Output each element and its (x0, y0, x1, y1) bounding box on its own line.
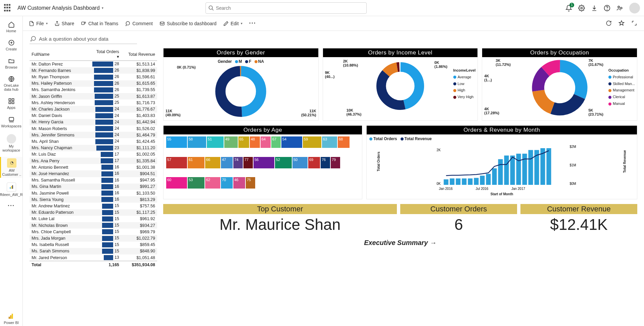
table-row[interactable]: Ms. Sarah Simmons 15$848.90 (30, 248, 157, 254)
table-row[interactable]: Mr. Eduardo Patterson 15$1,117.25 (30, 209, 157, 216)
table-row[interactable]: Ms. Gina Martin 16$991.27 (30, 184, 157, 190)
table-row[interactable]: Mr. Daniel Davis 24$1,403.83 (30, 113, 157, 119)
treemap-cell[interactable]: 77 (243, 157, 253, 168)
cmd-share[interactable]: Share (54, 21, 74, 26)
treemap-cell[interactable]: 63 (322, 136, 337, 148)
treemap-cell[interactable]: 49 (224, 136, 238, 148)
treemap-cell[interactable]: 65 (238, 136, 249, 148)
table-row[interactable]: Mr. Luke Lal 15$961.92 (30, 216, 157, 222)
chart-orders-revenue-by-month[interactable]: Orders & Revenue by Month Total Orders T… (366, 125, 637, 199)
cmd-subscribe[interactable]: Subscribe to dashboard (159, 21, 217, 26)
treemap-cell[interactable]: 64 (261, 136, 271, 148)
table-row[interactable]: Ms. Sierra Young 16$813.29 (30, 196, 157, 203)
nav-browse[interactable]: Browse (0, 56, 22, 71)
table-row[interactable]: Mrs. Ana Perry 17$1,335.84 (30, 158, 157, 164)
treemap-cell[interactable]: 52 (275, 157, 292, 168)
refresh-icon[interactable] (606, 20, 612, 27)
treemap-cell[interactable]: 51 (207, 136, 224, 148)
card-top-customer[interactable]: Top Customer Mr. Maurice Shan (163, 204, 397, 234)
treemap-cell[interactable]: 70 (221, 177, 233, 189)
nav-home[interactable]: Home (0, 19, 22, 34)
search-box[interactable] (205, 2, 367, 14)
table-row[interactable]: Mr. Mason Roberts 24$1,526.02 (30, 125, 157, 132)
treemap-cell[interactable]: 79 (331, 157, 340, 168)
treemap-cell[interactable]: 57 (166, 157, 187, 168)
nav-onelake[interactable]: OneLake data hub (0, 74, 22, 93)
executive-summary-link[interactable]: Executive Summary → (163, 239, 637, 247)
col-revenue[interactable]: Total Revenue (121, 48, 157, 61)
table-row[interactable]: Mr. Fernando Barnes 26$1,838.99 (30, 67, 157, 74)
treemap-cell[interactable]: 66 (205, 157, 220, 168)
treemap-cell[interactable]: 75 (246, 177, 255, 189)
table-row[interactable]: Ms. Jasmine Powell 16$1,103.50 (30, 190, 157, 196)
chart-orders-by-age[interactable]: Orders by Age 55585149654864675459636857… (163, 125, 362, 199)
table-row[interactable]: Mrs. Hailey Patterson 26$1,615.65 (30, 80, 157, 87)
treemap-cell[interactable]: 54 (281, 136, 302, 148)
table-row[interactable]: Ms. April Shan 24$1,424.45 (30, 138, 157, 145)
treemap-cell[interactable]: 69 (308, 157, 320, 168)
treemap-cell[interactable]: 76 (321, 157, 330, 168)
col-fullname[interactable]: FullName (30, 48, 85, 61)
dashboard-title[interactable]: AW Customer Analysis Dashboard ▾ (17, 5, 103, 11)
table-row[interactable]: Mr. Andrew Martinez 15$757.56 (30, 203, 157, 209)
nav-more[interactable]: ··· (0, 201, 22, 211)
cmd-comment[interactable]: Comment (125, 21, 153, 26)
nav-aw-dashboard[interactable]: ◔ AW Customer .. (0, 157, 22, 178)
favorite-icon[interactable] (618, 20, 625, 27)
table-row[interactable]: Mr. Antonio Bennett 16$1,001.38 (30, 164, 157, 170)
table-row[interactable]: Mr. Dalton Perez 28$1,513.14 (30, 61, 157, 68)
table-row[interactable]: Mr. Jason Griffin 25$1,613.87 (30, 93, 157, 99)
treemap-cell[interactable]: 61 (188, 157, 204, 168)
table-row[interactable]: Mr. Luis Diaz 17$1,002.05 (30, 151, 157, 158)
settings-icon[interactable] (578, 5, 585, 11)
treemap-cell[interactable]: 53 (188, 177, 204, 189)
card-customer-orders[interactable]: Customer Orders 6 (400, 204, 517, 234)
cmd-chat-teams[interactable]: Chat in Teams (81, 21, 118, 26)
nav-report[interactable]: Sheriffdeen_AW_Report (0, 181, 22, 198)
table-row[interactable]: Mr. José Hernandez 16$904.51 (30, 170, 157, 177)
treemap-cell[interactable]: 60 (166, 177, 187, 189)
table-row[interactable]: Mrs. Chloe Campbell 15$969.79 (30, 229, 157, 235)
nav-create[interactable]: Create (0, 38, 22, 52)
qa-input[interactable]: Ask a question about your data (30, 34, 137, 44)
treemap-cell[interactable]: 55 (166, 136, 187, 148)
people-icon[interactable] (616, 5, 623, 11)
download-icon[interactable] (591, 5, 598, 11)
table-row[interactable]: Mr. Ryan Thompson 26$1,596.61 (30, 74, 157, 80)
cmd-more[interactable]: ··· (249, 20, 256, 27)
nav-apps[interactable]: Apps (0, 96, 22, 111)
chart-orders-by-gender[interactable]: Orders by Gender Gender M F NA (163, 48, 319, 121)
table-row[interactable]: Mrs. Nancy Chapman 23$1,111.20 (30, 145, 157, 151)
table-row[interactable]: Mrs. Jennifer Simmons 24$1,464.79 (30, 132, 157, 138)
treemap-cell[interactable]: 62 (205, 177, 220, 189)
notifications-icon[interactable] (565, 5, 572, 11)
nav-workspaces[interactable]: Workspaces (0, 115, 22, 129)
cmd-file[interactable]: File▾ (29, 21, 48, 26)
search-input[interactable] (205, 2, 367, 14)
table-row[interactable]: Ms. Isabella Russell 15$859.45 (30, 242, 157, 248)
table-row[interactable]: Mrs. Ashley Henderson 25$1,716.73 (30, 99, 157, 106)
user-avatar[interactable] (629, 3, 640, 13)
chart-orders-by-income[interactable]: Orders by Income Level IncomeLevel (323, 48, 478, 121)
treemap-cell[interactable]: 47 (221, 157, 233, 168)
app-launcher-icon[interactable] (4, 4, 12, 12)
treemap-cell[interactable]: 68 (338, 136, 350, 148)
treemap-cell[interactable]: 50 (292, 157, 308, 168)
treemap-cell[interactable]: 46 (233, 177, 245, 189)
treemap-cell[interactable]: 48 (250, 136, 260, 148)
treemap-cell[interactable]: 67 (271, 136, 281, 148)
cmd-edit[interactable]: Edit▾ (223, 21, 242, 26)
nav-my-workspace[interactable]: My workspace (0, 133, 22, 154)
treemap-cell[interactable]: 59 (303, 136, 321, 148)
table-row[interactable]: Mrs. Samantha Jenkins 26$1,739.55 (30, 87, 157, 93)
table-row[interactable]: Mr. Nicholas Brown 15$934.27 (30, 222, 157, 229)
table-row[interactable]: Mr. Jared Peterson 13$1,051.48 (30, 254, 157, 261)
help-icon[interactable] (604, 5, 610, 11)
nav-powerbi[interactable]: Power BI (0, 311, 22, 326)
card-customer-revenue[interactable]: Customer Revenue $12.41K (520, 204, 637, 234)
customer-table[interactable]: FullName Total Orders▾ Total Revenue Mr.… (30, 48, 157, 268)
col-orders[interactable]: Total Orders▾ (85, 48, 121, 61)
treemap-cell[interactable]: 56 (254, 157, 274, 168)
table-row[interactable]: Mr. Charles Jackson 24$1,776.67 (30, 106, 157, 112)
table-row[interactable]: Mrs. Jada Morgan 15$1,022.79 (30, 235, 157, 241)
